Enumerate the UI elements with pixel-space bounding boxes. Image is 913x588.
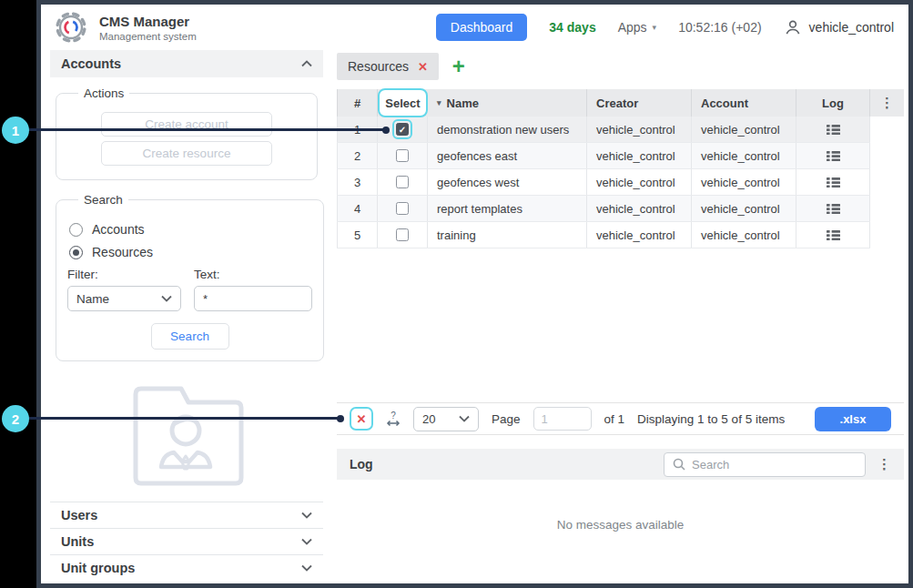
search-text-input[interactable] — [194, 286, 312, 311]
days-left-badge[interactable]: 34 days — [549, 20, 595, 35]
filter-label: Filter: — [67, 268, 181, 281]
accordion-accounts[interactable]: Accounts — [50, 50, 323, 77]
row-account: vehicle_control — [692, 222, 796, 248]
column-creator[interactable]: Creator — [587, 89, 692, 117]
search-legend: Search — [78, 193, 128, 207]
table-body: 1✓demonstration new usersvehicle_control… — [337, 117, 870, 248]
apps-label: Apps — [618, 20, 647, 35]
column-menu[interactable]: ⋮ — [870, 89, 904, 117]
row-log-cell[interactable] — [796, 196, 870, 221]
row-checkbox[interactable]: ✓ — [396, 123, 409, 136]
row-number: 2 — [337, 143, 378, 168]
row-checkbox[interactable] — [396, 228, 409, 241]
row-account: vehicle_control — [692, 169, 796, 195]
row-creator: vehicle_control — [587, 196, 692, 221]
user-menu[interactable]: vehicle_control — [784, 18, 894, 36]
row-number: 4 — [337, 196, 378, 221]
tab-close-icon[interactable]: ✕ — [418, 60, 428, 74]
sort-desc-icon: ▾ — [437, 98, 441, 107]
accordion-users-label: Users — [61, 508, 97, 522]
row-creator: vehicle_control — [587, 222, 692, 248]
page-size-value: 20 — [422, 412, 435, 426]
column-select[interactable]: Select — [378, 88, 428, 117]
table-row[interactable]: 3geofences westvehicle_controlvehicle_co… — [337, 169, 870, 196]
row-name: training — [428, 222, 587, 248]
displaying-status: Displaying 1 to 5 of 5 items — [637, 412, 785, 426]
row-log-cell[interactable] — [796, 222, 870, 248]
actions-legend: Actions — [78, 86, 129, 100]
radio-resources-control[interactable] — [69, 246, 83, 259]
row-select-cell[interactable] — [378, 143, 428, 168]
dashboard-button[interactable]: Dashboard — [436, 14, 528, 41]
checkbox-highlight: ✓ — [392, 119, 412, 139]
table-toolbar: ✕ ? 20 Page of 1 Dis — [337, 402, 904, 435]
column-log[interactable]: Log — [796, 89, 870, 117]
log-entry-icon — [827, 124, 840, 136]
accordion-accounts-label: Accounts — [61, 56, 121, 71]
chevron-down-icon: ▾ — [653, 23, 657, 32]
add-tab-icon[interactable]: + — [452, 56, 465, 77]
app-header: CMS Manager Management system Dashboard … — [41, 5, 908, 50]
radio-resources[interactable]: Resources — [69, 245, 310, 259]
create-resource-button[interactable]: Create resource — [101, 141, 272, 166]
row-checkbox[interactable] — [396, 149, 409, 162]
folder-user-icon — [127, 376, 247, 487]
accordion-unit-groups[interactable]: Unit groups — [50, 554, 323, 581]
callout-line-2 — [27, 417, 340, 420]
clear-selection-button[interactable]: ✕ — [350, 407, 373, 431]
row-log-cell[interactable] — [796, 117, 870, 142]
chevron-down-icon — [301, 564, 312, 572]
page-size-select[interactable]: 20 — [413, 407, 479, 431]
accordion-users[interactable]: Users — [50, 502, 323, 528]
row-checkbox[interactable] — [396, 176, 409, 188]
column-name[interactable]: ▾ Name — [428, 89, 587, 117]
row-select-cell[interactable] — [378, 222, 428, 248]
accordion-units[interactable]: Units — [50, 528, 323, 554]
search-icon — [673, 458, 685, 471]
row-log-cell[interactable] — [796, 169, 870, 195]
tab-resources[interactable]: Resources ✕ — [337, 53, 439, 80]
column-number[interactable]: # — [337, 89, 378, 117]
table-row[interactable]: 1✓demonstration new usersvehicle_control… — [337, 117, 870, 143]
radio-accounts-control[interactable] — [69, 223, 83, 237]
accordion-units-label: Units — [61, 534, 94, 549]
column-name-label: Name — [447, 96, 479, 110]
column-account[interactable]: Account — [692, 89, 796, 117]
filter-select[interactable]: Name — [67, 286, 181, 311]
actions-group: Actions Create account Create resource — [56, 86, 318, 180]
app-logo: CMS Manager Management system — [52, 8, 197, 46]
app-subtitle: Management system — [99, 31, 197, 42]
chevron-down-icon — [459, 415, 470, 422]
text-label: Text: — [194, 268, 312, 281]
log-panel: Log ⋮ No messages available — [337, 449, 904, 583]
export-xlsx-button[interactable]: .xlsx — [815, 407, 891, 431]
log-search-input[interactable] — [692, 458, 857, 471]
table-row[interactable]: 2geofences eastvehicle_controlvehicle_co… — [337, 143, 870, 169]
radio-resources-label: Resources — [92, 245, 153, 259]
tab-bar: Resources ✕ + — [337, 53, 904, 80]
callout-badge-2: 2 — [2, 405, 29, 432]
row-creator: vehicle_control — [587, 143, 692, 168]
table-row[interactable]: 4report templatesvehicle_controlvehicle_… — [337, 196, 870, 222]
log-menu-icon[interactable]: ⋮ — [877, 456, 891, 472]
page-total: of 1 — [604, 412, 625, 426]
username: vehicle_control — [809, 20, 894, 35]
row-account: vehicle_control — [692, 143, 796, 168]
row-select-cell[interactable] — [378, 169, 428, 195]
row-name: geofences west — [428, 169, 587, 195]
apps-menu[interactable]: Apps ▾ — [618, 20, 656, 35]
row-account: vehicle_control — [692, 196, 796, 221]
app-title: CMS Manager — [99, 14, 197, 29]
chevron-down-icon — [161, 295, 172, 302]
row-select-cell[interactable] — [378, 196, 428, 221]
table-row[interactable]: 5trainingvehicle_controlvehicle_control — [337, 222, 870, 248]
row-log-cell[interactable] — [796, 143, 870, 168]
search-button[interactable]: Search — [151, 323, 229, 350]
empty-selection-placeholder — [50, 361, 323, 502]
create-account-button[interactable]: Create account — [101, 112, 272, 137]
radio-accounts[interactable]: Accounts — [69, 222, 310, 237]
log-search-box[interactable] — [664, 452, 866, 477]
fit-columns-icon[interactable]: ? — [386, 411, 401, 427]
row-checkbox[interactable] — [396, 202, 409, 215]
page-input[interactable] — [533, 407, 592, 431]
